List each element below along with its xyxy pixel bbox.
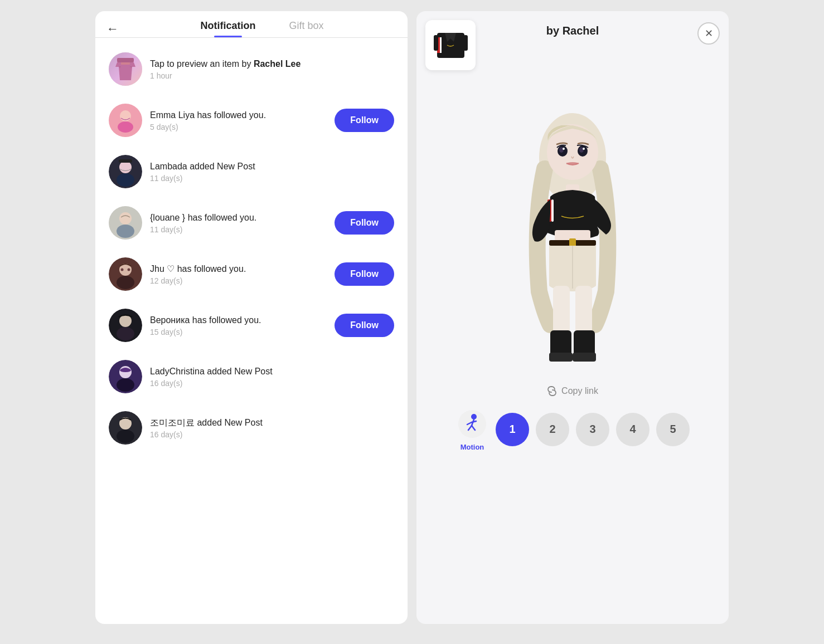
notif-time: 15 day(s) — [150, 328, 327, 336]
motion-num-5[interactable]: 5 — [656, 413, 690, 446]
follow-button[interactable]: Follow — [335, 314, 394, 337]
svg-point-9 — [117, 173, 134, 187]
notif-time: 12 day(s) — [150, 276, 327, 285]
notif-main: LadyChristina added New Post — [150, 365, 394, 378]
notif-main: Jhu ♡ has followed you. — [150, 263, 327, 275]
avatar — [109, 52, 142, 86]
svg-point-21 — [117, 327, 134, 340]
svg-point-24 — [117, 378, 134, 392]
motion-num-1[interactable]: 1 — [496, 413, 529, 446]
notif-main: Вероника has followed you. — [150, 314, 327, 326]
notif-main: Lambada added New Post — [150, 160, 394, 173]
motion-icon — [455, 407, 489, 441]
back-button[interactable]: ← — [106, 22, 119, 36]
avatar-3d-view — [467, 69, 678, 380]
avatar — [109, 309, 142, 342]
svg-point-20 — [119, 315, 132, 327]
copy-link-label: Copy link — [561, 386, 598, 396]
character-svg — [489, 80, 656, 369]
motion-controls: Motion 1 2 3 4 5 — [455, 407, 690, 457]
follow-button[interactable]: Follow — [335, 211, 394, 235]
svg-point-6 — [118, 121, 133, 133]
avatar — [109, 360, 142, 393]
svg-point-17 — [121, 269, 124, 271]
notif-time: 16 day(s) — [150, 430, 394, 439]
motion-label: Motion — [461, 443, 484, 451]
left-header: ← Notification Gift box — [95, 11, 408, 37]
notif-main: 조미조미료 added New Post — [150, 417, 394, 429]
list-item: Tap to preview an item by Rachel Lee 1 h… — [95, 43, 408, 95]
list-item: Emma Liya has followed you. 5 day(s) Fol… — [95, 95, 408, 146]
svg-point-58 — [471, 414, 477, 419]
notif-text: Tap to preview an item by Rachel Lee 1 h… — [150, 58, 394, 80]
notif-time: 11 day(s) — [150, 225, 327, 234]
tab-container: Notification Gift box — [128, 20, 396, 37]
right-header: by Rachel ✕ — [425, 20, 720, 46]
follow-button[interactable]: Follow — [335, 262, 394, 286]
list-item: 조미조미료 added New Post 16 day(s) — [95, 402, 408, 453]
svg-point-16 — [117, 276, 134, 289]
svg-rect-1 — [121, 62, 130, 65]
notif-text: {louane } has followed you. 11 day(s) — [150, 212, 327, 234]
svg-point-12 — [119, 212, 132, 225]
avatar — [109, 206, 142, 240]
right-panel: by Rachel ✕ — [416, 11, 729, 624]
notif-text: 조미조미료 added New Post 16 day(s) — [150, 417, 394, 439]
item-thumbnail — [109, 52, 142, 86]
svg-rect-39 — [551, 199, 554, 222]
svg-point-8 — [119, 161, 132, 173]
avatar-inner — [109, 104, 142, 137]
list-item: Вероника has followed you. 15 day(s) Fol… — [95, 300, 408, 351]
close-button[interactable]: ✕ — [697, 22, 720, 45]
avatar — [109, 257, 142, 291]
svg-rect-49 — [573, 353, 596, 362]
svg-rect-47 — [549, 353, 573, 362]
avatar — [109, 155, 142, 188]
svg-point-56 — [583, 148, 585, 150]
motion-num-4[interactable]: 4 — [616, 413, 649, 446]
notif-text: Вероника has followed you. 15 day(s) — [150, 314, 327, 336]
notif-time: 16 day(s) — [150, 379, 394, 388]
list-item: {louane } has followed you. 11 day(s) Fo… — [95, 197, 408, 248]
svg-point-55 — [563, 148, 565, 150]
list-item: Jhu ♡ has followed you. 12 day(s) Follow — [95, 248, 408, 300]
copy-link-area[interactable]: Copy link — [547, 386, 598, 396]
left-panel: ← Notification Gift box — [95, 11, 408, 624]
notif-main: Tap to preview an item by Rachel Lee — [150, 58, 394, 70]
right-title: by Rachel — [546, 25, 599, 37]
tab-notification[interactable]: Notification — [200, 20, 255, 37]
notif-time: 5 day(s) — [150, 123, 327, 131]
avatar — [109, 411, 142, 445]
svg-point-13 — [117, 225, 134, 238]
link-icon — [547, 386, 557, 396]
notif-main: {louane } has followed you. — [150, 212, 327, 224]
svg-point-18 — [128, 269, 130, 271]
notif-text: LadyChristina added New Post 16 day(s) — [150, 365, 394, 388]
notif-text: Lambada added New Post 11 day(s) — [150, 160, 394, 183]
motion-num-2[interactable]: 2 — [536, 413, 569, 446]
list-item: Lambada added New Post 11 day(s) — [95, 146, 408, 197]
svg-rect-10 — [119, 159, 132, 163]
notif-time: 11 day(s) — [150, 174, 394, 183]
motion-button[interactable]: Motion — [455, 407, 489, 451]
notif-text: Jhu ♡ has followed you. 12 day(s) — [150, 263, 327, 285]
notification-list: Tap to preview an item by Rachel Lee 1 h… — [95, 38, 408, 459]
tab-giftbox[interactable]: Gift box — [289, 20, 323, 37]
follow-button[interactable]: Follow — [335, 109, 394, 132]
notif-main: Emma Liya has followed you. — [150, 109, 327, 121]
notif-time: 1 hour — [150, 71, 394, 80]
notif-text: Emma Liya has followed you. 5 day(s) — [150, 109, 327, 131]
motion-num-3[interactable]: 3 — [576, 413, 609, 446]
list-item: LadyChristina added New Post 16 day(s) — [95, 351, 408, 402]
avatar — [109, 104, 142, 137]
svg-rect-0 — [117, 58, 134, 62]
svg-point-27 — [117, 430, 134, 443]
